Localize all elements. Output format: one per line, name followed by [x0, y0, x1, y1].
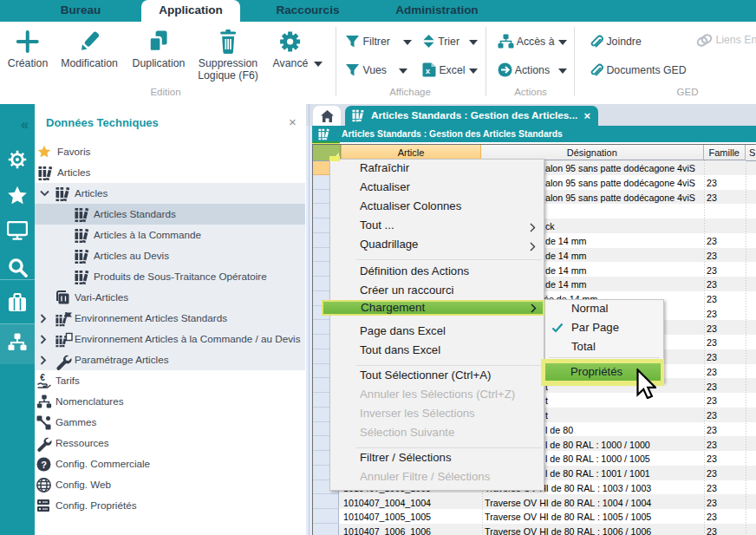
- svg-text:€: €: [40, 374, 45, 382]
- svg-text:?: ?: [41, 460, 47, 470]
- svg-text:x: x: [426, 66, 431, 75]
